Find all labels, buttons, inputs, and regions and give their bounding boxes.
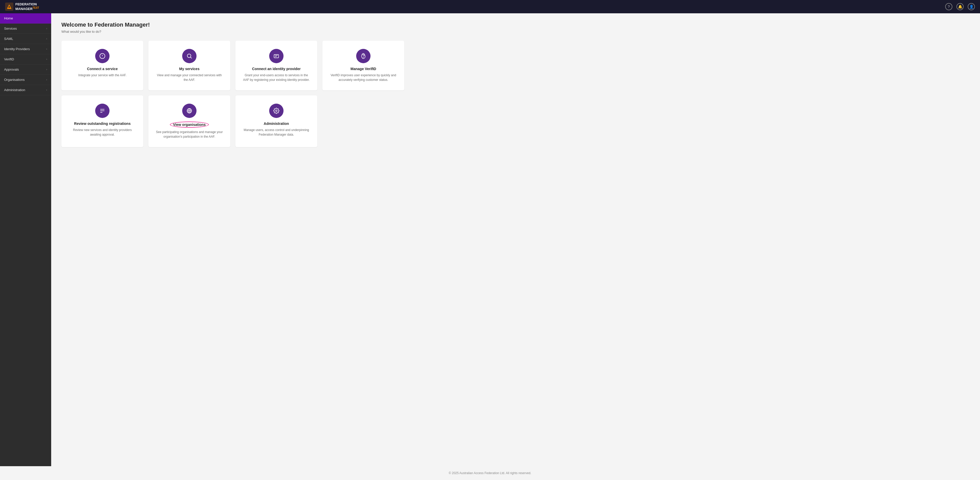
help-icon[interactable]: ? xyxy=(945,3,952,10)
svg-point-19 xyxy=(275,110,277,111)
sidebar-item-saml[interactable]: SAML › xyxy=(0,34,51,44)
card-my-services[interactable]: My services View and manage your connect… xyxy=(148,41,230,90)
page-subtitle: What would you like to do? xyxy=(61,30,970,33)
user-icon[interactable]: 👤 xyxy=(968,3,975,10)
card-connect-idp[interactable]: Connect an identity provider Grant your … xyxy=(235,41,317,90)
sidebar-item-administration[interactable]: Administration › xyxy=(0,85,51,95)
card-manage-verifid-desc: VerifID improves user experience by quic… xyxy=(329,73,398,82)
card-administration-title: Administration xyxy=(264,122,289,126)
logo-text: FEDERATIONMANAGERTEST xyxy=(15,2,39,11)
card-review-registrations-title: Review outstanding registrations xyxy=(74,122,131,126)
sidebar-label-services: Services xyxy=(4,27,17,30)
my-services-icon xyxy=(182,49,197,63)
app-header: FEDERATIONMANAGERTEST ? 🔔 👤 xyxy=(0,0,980,13)
sidebar-item-approvals[interactable]: Approvals › xyxy=(0,65,51,75)
chevron-right-icon: › xyxy=(46,68,47,71)
main-content: Welcome to Federation Manager! What woul… xyxy=(51,13,980,466)
chevron-right-icon: › xyxy=(46,37,47,40)
chevron-right-icon: › xyxy=(46,89,47,91)
sidebar-label-approvals: Approvals xyxy=(4,68,19,72)
cards-row-2: Review outstanding registrations Review … xyxy=(61,95,970,147)
app-body: Home Services › SAML › Identity Provider… xyxy=(0,13,980,466)
sidebar-item-home[interactable]: Home xyxy=(0,13,51,24)
view-organisations-highlight: View organisations xyxy=(170,122,208,128)
sidebar-item-identity-providers[interactable]: Identity Providers › xyxy=(0,44,51,54)
sidebar-item-services[interactable]: Services › xyxy=(0,24,51,34)
connect-service-icon xyxy=(95,49,110,63)
sidebar-label-administration: Administration xyxy=(4,88,25,92)
card-my-services-desc: View and manage your connected services … xyxy=(154,73,224,82)
chevron-right-icon: › xyxy=(46,58,47,60)
footer: © 2025 Australian Access Federation Ltd.… xyxy=(0,466,980,480)
review-registrations-icon xyxy=(95,103,110,118)
card-administration-desc: Manage users, access control and underpi… xyxy=(242,128,311,137)
card-view-organisations-desc: See participating organisations and mana… xyxy=(154,130,224,139)
logo-icon xyxy=(5,3,13,11)
sidebar-label-verifid: VerifID xyxy=(4,57,14,61)
administration-icon xyxy=(269,103,283,118)
bell-icon[interactable]: 🔔 xyxy=(956,3,964,10)
footer-text: © 2025 Australian Access Federation Ltd.… xyxy=(449,471,531,475)
connect-idp-icon xyxy=(269,49,283,63)
sidebar: Home Services › SAML › Identity Provider… xyxy=(0,13,51,466)
card-view-organisations-title: View organisations xyxy=(170,122,208,128)
sidebar-label-home: Home xyxy=(4,16,13,20)
svg-rect-8 xyxy=(274,54,278,58)
svg-line-7 xyxy=(190,57,192,58)
card-view-organisations[interactable]: View organisations See participating org… xyxy=(148,95,230,147)
card-administration[interactable]: Administration Manage users, access cont… xyxy=(235,95,317,147)
manage-verifid-icon xyxy=(356,49,371,63)
sidebar-label-organisations: Organisations xyxy=(4,78,25,82)
sidebar-item-verifid[interactable]: VerifID › xyxy=(0,54,51,65)
card-connect-service-title: Connect a service xyxy=(87,67,118,71)
card-review-registrations[interactable]: Review outstanding registrations Review … xyxy=(61,95,143,147)
card-manage-verifid[interactable]: Manage VerifID VerifID improves user exp… xyxy=(322,41,404,90)
chevron-right-icon: › xyxy=(46,27,47,30)
card-connect-service-desc: Integrate your service with the AAF. xyxy=(78,73,126,78)
sidebar-item-organisations[interactable]: Organisations › xyxy=(0,75,51,85)
chevron-right-icon: › xyxy=(46,48,47,51)
sidebar-label-saml: SAML xyxy=(4,37,13,41)
card-my-services-title: My services xyxy=(179,67,199,71)
logo[interactable]: FEDERATIONMANAGERTEST xyxy=(5,2,39,11)
cards-row-1: Connect a service Integrate your service… xyxy=(61,41,970,90)
header-actions: ? 🔔 👤 xyxy=(945,3,975,10)
card-connect-idp-title: Connect an identity provider xyxy=(252,67,301,71)
card-connect-service[interactable]: Connect a service Integrate your service… xyxy=(61,41,143,90)
chevron-right-icon: › xyxy=(46,78,47,81)
card-manage-verifid-title: Manage VerifID xyxy=(350,67,376,71)
svg-point-6 xyxy=(187,54,191,57)
card-connect-idp-desc: Grant your end-users access to services … xyxy=(242,73,311,82)
view-organisations-icon xyxy=(182,103,197,118)
card-review-registrations-desc: Review new services and identity provide… xyxy=(68,128,137,137)
page-title: Welcome to Federation Manager! xyxy=(61,22,970,28)
sidebar-label-idp: Identity Providers xyxy=(4,47,30,51)
